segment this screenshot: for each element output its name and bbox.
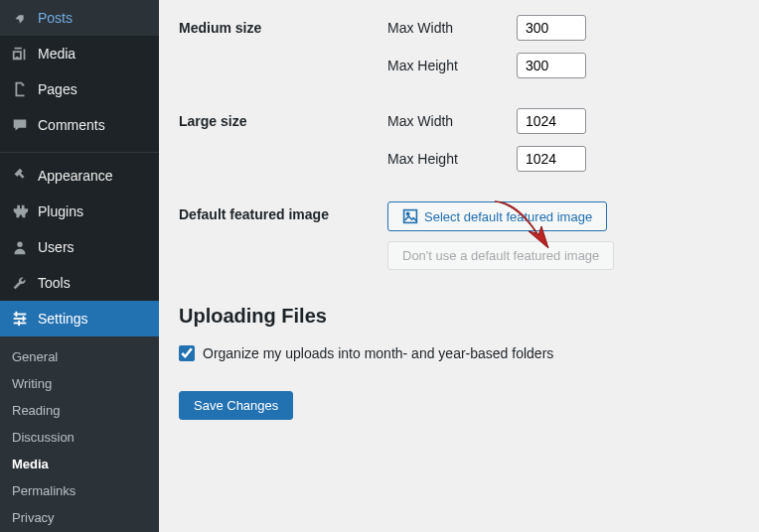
medium-width-input[interactable]	[517, 15, 586, 41]
svg-rect-4	[16, 312, 18, 317]
sidebar-item-media[interactable]: Media	[0, 36, 159, 71]
media-icon	[10, 44, 30, 64]
button-label: Select default featured image	[424, 209, 592, 224]
submenu-media[interactable]: Media	[0, 451, 159, 477]
pages-icon	[10, 79, 30, 99]
menu-label: Comments	[38, 117, 105, 133]
sidebar-item-tools[interactable]: Tools	[0, 265, 159, 301]
menu-separator	[0, 148, 159, 153]
dont-use-featured-button[interactable]: Don't use a default featured image	[387, 241, 614, 270]
content-area: Medium size Max Width Max Height Large s…	[159, 0, 759, 532]
tools-icon	[10, 273, 30, 293]
large-height-input[interactable]	[517, 146, 586, 172]
svg-point-0	[17, 242, 22, 247]
menu-label: Tools	[38, 275, 71, 291]
media-settings-table: Medium size Max Width Max Height Large s…	[179, 0, 739, 285]
settings-submenu: General Writing Reading Discussion Media…	[0, 336, 159, 532]
organize-uploads-checkbox[interactable]	[179, 345, 195, 361]
save-changes-button[interactable]: Save Changes	[179, 391, 293, 420]
svg-point-8	[406, 212, 408, 214]
appearance-icon	[10, 166, 30, 186]
admin-sidebar: Posts Media Pages Comments Appearance Pl…	[0, 0, 159, 532]
submenu-discussion[interactable]: Discussion	[0, 424, 159, 451]
large-width-input[interactable]	[517, 108, 586, 134]
plugins-icon	[10, 201, 30, 221]
sidebar-item-posts[interactable]: Posts	[0, 0, 159, 36]
submenu-general[interactable]: General	[0, 343, 159, 370]
settings-icon	[10, 309, 30, 329]
submenu-writing[interactable]: Writing	[0, 370, 159, 397]
menu-label: Posts	[38, 10, 73, 26]
sidebar-item-appearance[interactable]: Appearance	[0, 158, 159, 194]
max-height-label: Max Height	[387, 58, 517, 73]
organize-uploads-row[interactable]: Organize my uploads into month- and year…	[179, 345, 739, 361]
select-featured-image-button[interactable]: Select default featured image	[387, 201, 607, 231]
menu-label: Settings	[38, 311, 88, 327]
svg-rect-5	[23, 316, 25, 321]
menu-label: Media	[38, 46, 76, 62]
pin-icon	[10, 8, 30, 28]
svg-rect-6	[18, 321, 20, 326]
menu-label: Pages	[38, 81, 77, 97]
menu-label: Plugins	[38, 203, 83, 219]
large-size-label: Large size	[179, 93, 378, 187]
organize-uploads-label: Organize my uploads into month- and year…	[203, 345, 553, 361]
submenu-reading[interactable]: Reading	[0, 397, 159, 424]
default-featured-label: Default featured image	[179, 187, 378, 285]
sidebar-item-settings[interactable]: Settings	[0, 301, 159, 336]
medium-height-input[interactable]	[517, 53, 586, 78]
menu-label: Users	[38, 239, 75, 255]
uploading-files-heading: Uploading Files	[179, 305, 739, 328]
image-icon	[402, 208, 418, 224]
max-width-label: Max Width	[387, 20, 517, 36]
max-width-label: Max Width	[387, 113, 517, 129]
submenu-privacy[interactable]: Privacy	[0, 504, 159, 531]
comments-icon	[10, 115, 30, 135]
svg-rect-7	[404, 210, 417, 223]
max-height-label: Max Height	[387, 151, 517, 167]
sidebar-item-users[interactable]: Users	[0, 229, 159, 265]
medium-size-label: Medium size	[179, 0, 378, 93]
submenu-permalinks[interactable]: Permalinks	[0, 477, 159, 504]
sidebar-item-plugins[interactable]: Plugins	[0, 194, 159, 229]
users-icon	[10, 237, 30, 257]
sidebar-item-comments[interactable]: Comments	[0, 107, 159, 143]
sidebar-item-pages[interactable]: Pages	[0, 71, 159, 107]
menu-label: Appearance	[38, 168, 113, 184]
